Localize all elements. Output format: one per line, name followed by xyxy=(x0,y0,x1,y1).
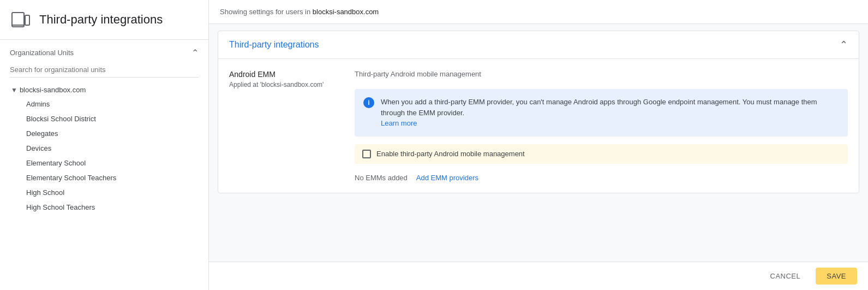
add-emm-link[interactable]: Add EMM providers xyxy=(416,174,478,182)
topbar-domain: blocksi-sandbox.com xyxy=(313,8,379,16)
info-box: i When you add a third-party EMM provide… xyxy=(355,89,848,137)
sidebar-header: Third-party integrations xyxy=(0,0,208,40)
ou-collapse-icon[interactable]: ⌃ xyxy=(191,48,199,58)
emm-description: Third-party Android mobile management xyxy=(355,70,848,78)
info-icon: i xyxy=(363,97,374,108)
section-header: Third-party integrations ⌃ xyxy=(218,31,859,59)
emm-checkbox[interactable] xyxy=(362,150,371,158)
checkbox-row: Enable third-party Android mobile manage… xyxy=(355,144,848,164)
list-item[interactable]: Delegates xyxy=(25,126,199,141)
list-item[interactable]: Elementary School Teachers xyxy=(25,170,199,185)
tree-children: Admins Blocksi School District Delegates… xyxy=(10,97,199,215)
info-body: When you add a third-party EMM provider,… xyxy=(381,98,817,117)
save-button[interactable]: SAVE xyxy=(816,268,857,285)
topbar-prefix: Showing settings for users in xyxy=(220,8,313,16)
top-bar: Showing settings for users in blocksi-sa… xyxy=(209,0,868,24)
section-title: Third-party integrations xyxy=(229,40,319,50)
search-input[interactable] xyxy=(10,63,199,78)
ou-tree: ▼ blocksi-sandbox.com Admins Blocksi Sch… xyxy=(10,83,199,290)
svg-rect-1 xyxy=(25,15,29,25)
ou-section: Organizational Units ⌃ ▼ blocksi-sandbox… xyxy=(0,40,208,290)
list-item[interactable]: Blocksi School District xyxy=(25,111,199,126)
emm-heading: Android EMM xyxy=(229,70,338,79)
content-area: Third-party integrations ⌃ Android EMM A… xyxy=(209,24,868,262)
checkbox-label: Enable third-party Android mobile manage… xyxy=(376,150,525,158)
device-icon xyxy=(10,9,32,31)
no-emm-label: No EMMs added xyxy=(355,174,408,182)
cancel-button[interactable]: CANCEL xyxy=(762,268,810,285)
main-panel: Showing settings for users in blocksi-sa… xyxy=(209,0,868,290)
list-item[interactable]: High School Teachers xyxy=(25,200,199,215)
emm-left: Android EMM Applied at 'blocksi-sandbox.… xyxy=(229,70,338,182)
ou-header: Organizational Units ⌃ xyxy=(10,48,199,58)
ou-label: Organizational Units xyxy=(10,49,74,57)
footer-bar: CANCEL SAVE xyxy=(209,262,868,290)
emm-right: Third-party Android mobile management i … xyxy=(355,70,848,182)
tree-root-item[interactable]: ▼ blocksi-sandbox.com xyxy=(10,83,199,97)
emm-applied: Applied at 'blocksi-sandbox.com' xyxy=(229,81,338,88)
list-item[interactable]: High School xyxy=(25,185,199,200)
list-item[interactable]: Elementary School xyxy=(25,156,199,170)
section-body: Android EMM Applied at 'blocksi-sandbox.… xyxy=(218,59,859,193)
section-collapse-icon[interactable]: ⌃ xyxy=(840,39,848,51)
tree-arrow-icon: ▼ xyxy=(11,86,17,94)
list-item[interactable]: Devices xyxy=(25,141,199,156)
tree-root-label: blocksi-sandbox.com xyxy=(20,86,86,94)
section-card: Third-party integrations ⌃ Android EMM A… xyxy=(218,31,859,193)
emm-providers-row: No EMMs added Add EMM providers xyxy=(355,174,848,182)
list-item[interactable]: Admins xyxy=(25,97,199,111)
app-title: Third-party integrations xyxy=(39,13,163,27)
info-text: When you add a third-party EMM provider,… xyxy=(381,97,839,129)
learn-more-link[interactable]: Learn more xyxy=(381,119,417,127)
sidebar: Third-party integrations Organizational … xyxy=(0,0,209,290)
